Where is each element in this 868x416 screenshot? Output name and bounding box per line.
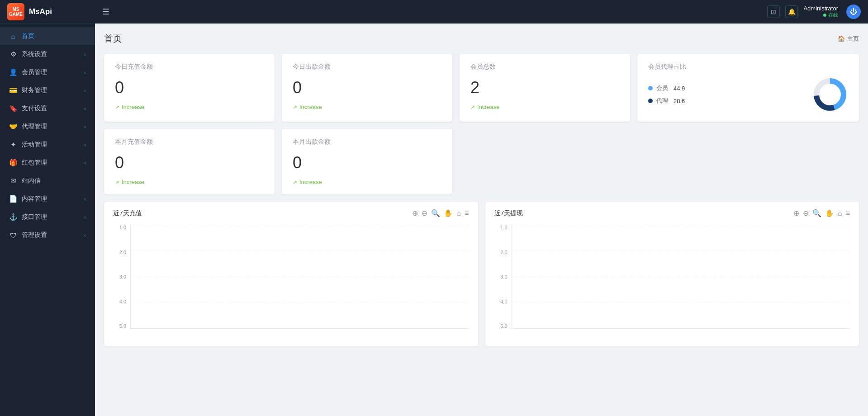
- y-label: 1.0: [494, 225, 510, 230]
- withdraw-chart-card: 近7天提现 ⊕ ⊖ 🔍 ✋ ⌂ ≡ 5.0 4.0 3.0: [485, 202, 859, 346]
- month-withdraw-card: 本月出款金额 0 ↗ Increase: [282, 129, 452, 194]
- topbar-right: ⊡ 🔔 Administrator 在线 ⏻: [767, 5, 861, 19]
- main-area: ☰ ⊡ 🔔 Administrator 在线 ⏻ 首页 🏠 主页: [95, 0, 868, 416]
- status-label: 在线: [828, 12, 838, 19]
- zoom-in-icon[interactable]: ⊕: [793, 209, 799, 217]
- redpacket-icon: 🎁: [9, 159, 17, 167]
- power-button[interactable]: ⏻: [846, 5, 861, 19]
- trend-label: Increase: [299, 104, 322, 110]
- grid-line: [131, 251, 469, 251]
- sidebar-item-member[interactable]: 👤 会员管理 ‹: [0, 63, 95, 81]
- legend-label-member: 会员: [656, 84, 668, 92]
- sidebar-item-label: 接口管理: [22, 213, 84, 221]
- app-title: MsApi: [29, 7, 52, 16]
- recharge-chart-plot: [130, 225, 469, 329]
- chevron-right-icon: ‹: [84, 106, 86, 111]
- today-withdraw-card: 今日出款金额 0 ↗ Increase: [282, 54, 452, 122]
- page-title: 首页: [104, 33, 122, 45]
- activity-icon: ✦: [9, 141, 17, 149]
- empty-card-2: [637, 129, 859, 194]
- sidebar-item-content[interactable]: 📄 内容管理 ‹: [0, 190, 95, 208]
- screen-icon[interactable]: ⊡: [767, 5, 780, 18]
- zoom-out-icon[interactable]: ⊖: [803, 209, 809, 217]
- month-withdraw-value: 0: [293, 153, 441, 172]
- menu-toggle-button[interactable]: ☰: [102, 7, 109, 17]
- sidebar-item-label: 财务管理: [22, 86, 84, 95]
- sidebar-item-interface[interactable]: ⚓ 接口管理 ‹: [0, 208, 95, 226]
- breadcrumb[interactable]: 🏠 主页: [838, 35, 859, 43]
- logo-box: MSGAME: [7, 3, 24, 20]
- menu-icon[interactable]: ≡: [465, 209, 469, 217]
- zoom-out-icon[interactable]: ⊖: [422, 209, 427, 217]
- drag-icon[interactable]: ✋: [444, 209, 453, 217]
- y-label: 2.0: [494, 250, 510, 255]
- sidebar-item-activity[interactable]: ✦ 活动管理 ‹: [0, 136, 95, 154]
- legend-dot-agent: [648, 99, 653, 103]
- legend-value-member: 44.9: [674, 85, 685, 92]
- admin-icon: 🛡: [9, 231, 17, 239]
- donut-chart: [812, 76, 848, 113]
- grid-line: [131, 303, 469, 303]
- y-label: 5.0: [113, 323, 129, 329]
- sidebar-item-internal[interactable]: ✉ 站内信: [0, 172, 95, 190]
- month-recharge-card: 本月充值金额 0 ↗ Increase: [104, 129, 275, 194]
- total-members-card: 会员总数 2 ↗ Increase: [460, 54, 630, 122]
- notification-icon[interactable]: 🔔: [785, 5, 798, 18]
- recharge-chart-tools: ⊕ ⊖ 🔍 ✋ ⌂ ≡: [412, 209, 469, 217]
- drag-icon[interactable]: ✋: [825, 209, 834, 217]
- y-label: 2.0: [113, 250, 129, 255]
- topbar: ☰ ⊡ 🔔 Administrator 在线 ⏻: [95, 0, 868, 24]
- finance-icon: 💳: [9, 86, 17, 95]
- menu-icon[interactable]: ≡: [846, 209, 850, 217]
- grid-line: [131, 277, 469, 277]
- trend-up-icon: ↗: [115, 104, 119, 110]
- sidebar-item-label: 红包管理: [22, 159, 84, 167]
- home-reset-icon[interactable]: ⌂: [456, 209, 461, 217]
- user-info: Administrator 在线: [803, 5, 838, 19]
- stats-row-1: 今日充值金额 0 ↗ Increase 今日出款金额 0 ↗ Increase …: [104, 54, 859, 122]
- withdraw-chart-area: 5.0 4.0 3.0 2.0 1.0: [494, 225, 850, 338]
- user-name: Administrator: [803, 5, 838, 12]
- sidebar-item-label: 管理设置: [22, 231, 84, 239]
- sidebar-item-finance[interactable]: 💳 财务管理 ‹: [0, 81, 95, 99]
- y-label: 4.0: [494, 299, 510, 304]
- interface-icon: ⚓: [9, 213, 17, 221]
- member-ratio-card: 会员代理占比 会员 44.9 代理 28.6: [637, 54, 859, 122]
- sidebar-nav: ⌂ 首页 ⚙ 系统设置 ‹ 👤 会员管理 ‹ 💳 财务管理 ‹ 🔖 支付设置 ‹…: [0, 24, 95, 416]
- home-reset-icon[interactable]: ⌂: [838, 209, 842, 217]
- today-recharge-value: 0: [115, 78, 264, 97]
- home-icon: ⌂: [9, 32, 17, 40]
- sidebar: MSGAME MsApi ⌂ 首页 ⚙ 系统设置 ‹ 👤 会员管理 ‹ 💳 财务…: [0, 0, 95, 416]
- total-members-value: 2: [470, 78, 619, 97]
- sidebar-item-system[interactable]: ⚙ 系统设置 ‹: [0, 45, 95, 63]
- y-label: 1.0: [113, 225, 129, 230]
- month-recharge-title: 本月充值金额: [115, 138, 264, 146]
- sidebar-item-agent[interactable]: 🤝 代理管理 ‹: [0, 118, 95, 136]
- today-recharge-trend: ↗ Increase: [115, 104, 264, 110]
- sidebar-item-admin[interactable]: 🛡 管理设置 ‹: [0, 226, 95, 244]
- ratio-content: 会员 44.9 代理 28.6: [648, 76, 848, 113]
- user-status: 在线: [823, 12, 838, 19]
- chevron-right-icon: ‹: [84, 196, 86, 202]
- member-ratio-title: 会员代理占比: [648, 63, 848, 71]
- search-icon[interactable]: 🔍: [812, 209, 821, 217]
- total-members-title: 会员总数: [470, 63, 619, 71]
- status-dot: [823, 14, 826, 17]
- zoom-in-icon[interactable]: ⊕: [412, 209, 418, 217]
- recharge-chart-title: 近7天充值: [113, 209, 142, 217]
- sidebar-item-label: 系统设置: [22, 50, 84, 58]
- chevron-right-icon: ‹: [84, 124, 86, 129]
- sidebar-item-redpacket[interactable]: 🎁 红包管理 ‹: [0, 154, 95, 172]
- trend-label: Increase: [122, 104, 144, 110]
- sidebar-item-home[interactable]: ⌂ 首页: [0, 27, 95, 45]
- home-breadcrumb-icon: 🏠: [838, 35, 845, 42]
- withdraw-chart-title: 近7天提现: [494, 209, 523, 217]
- sidebar-item-payment[interactable]: 🔖 支付设置 ‹: [0, 99, 95, 118]
- chevron-right-icon: ‹: [84, 214, 86, 220]
- legend-dot-member: [648, 86, 653, 90]
- search-icon[interactable]: 🔍: [431, 209, 440, 217]
- recharge-chart-header: 近7天充值 ⊕ ⊖ 🔍 ✋ ⌂ ≡: [113, 209, 469, 217]
- y-label: 3.0: [113, 274, 129, 279]
- gear-icon: ⚙: [9, 50, 17, 58]
- sidebar-header: MSGAME MsApi: [0, 0, 95, 24]
